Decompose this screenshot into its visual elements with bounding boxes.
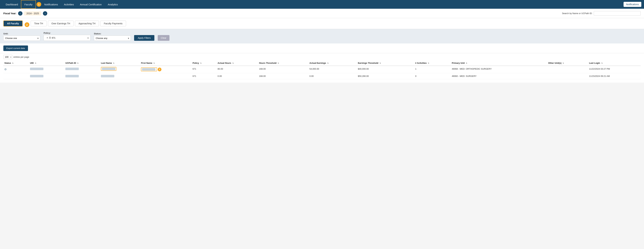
status-filter-label: Status: <box>94 32 131 35</box>
uid-blurred-row2 <box>30 75 44 77</box>
fiscal-year-bar: Fiscal Year: ‹ 2024 - 2025 › Search by N… <box>0 9 644 18</box>
unit-select-wrapper: Choose one <box>3 36 40 41</box>
faculty-table: Status ⇅ UID ⇅ UCPath ID ⇅ Last Name ⇅ F… <box>3 60 641 79</box>
row1-actual-earnings: 54,000.00 <box>308 66 357 73</box>
export-button[interactable]: Export current data <box>3 46 28 51</box>
policy-tag-icon: 🗒 <box>49 37 51 39</box>
last-name-highlighted-row1 <box>101 67 116 71</box>
row1-primary-unit: 49068 - MED: ORTHOPEDIC SURGERY <box>451 66 547 73</box>
row2-first-name <box>140 73 192 79</box>
unit-select[interactable]: Choose one <box>3 36 40 41</box>
row2-hours-threshold: 168.00 <box>258 73 308 79</box>
col-actual-earnings[interactable]: Actual Earnings ⇅ <box>308 60 357 66</box>
table-row: 671 0.00 168.00 0.00 $50,280.00 0 49060 … <box>3 73 641 79</box>
col-hours-threshold[interactable]: Hours Threshold ⇅ <box>258 60 308 66</box>
col-uid[interactable]: UID ⇅ <box>29 60 64 66</box>
entries-row: 100 entries per page <box>3 55 641 59</box>
table-header: Status ⇅ UID ⇅ UCPath ID ⇅ Last Name ⇅ F… <box>3 60 641 66</box>
policy-tag-remove[interactable]: ✕ <box>46 37 48 39</box>
tab-time-th[interactable]: Time TH <box>31 21 46 26</box>
fiscal-year-value: 2024 - 2025 <box>24 12 42 16</box>
col-last-login[interactable]: Last Login ⇅ <box>588 60 641 66</box>
col-primary-unit[interactable]: Primary Unit ⇅ <box>451 60 547 66</box>
tab-approaching-th[interactable]: Approaching TH <box>75 21 99 26</box>
step-badge-1: 1 <box>36 2 41 7</box>
ucpathid-blurred-row2 <box>65 75 79 77</box>
policy-field[interactable]: ✕ 🗒 671 ▾ <box>44 35 90 41</box>
fiscal-year-label: Fiscal Year: <box>3 12 16 15</box>
col-status[interactable]: Status ⇅ <box>3 60 29 66</box>
entries-per-page-label: entries per page <box>14 56 29 58</box>
tab-all-faculty[interactable]: All Faculty <box>3 21 23 27</box>
entries-per-page-select[interactable]: 100 <box>3 55 12 59</box>
row2-uid <box>29 73 64 79</box>
policy-filter-label: Policy: <box>44 32 90 34</box>
row2-activities: 0 <box>414 73 451 79</box>
unit-filter-group: Unit: Choose one <box>3 32 40 41</box>
row2-actual-hours: 0.00 <box>216 73 258 79</box>
tab-faculty-payments[interactable]: Faculty Payments <box>100 21 126 26</box>
notifications-button[interactable]: Notifications <box>624 2 641 7</box>
step-badge-3: 3 <box>158 68 162 71</box>
unit-filter-label: Unit: <box>3 32 40 35</box>
row1-actual-hours: 80.00 <box>216 66 258 73</box>
policy-tag-value: 671 <box>52 37 56 39</box>
lastname-blurred-row2 <box>101 75 114 77</box>
row2-primary-unit: 49060 - MED: SURGERY <box>451 73 547 79</box>
col-activities[interactable]: # Activities ⇅ <box>414 60 451 66</box>
firstname-blurred-row1 <box>142 68 156 71</box>
row2-other-units <box>547 73 588 79</box>
nav-annual-certification[interactable]: Annual Certification <box>77 0 105 9</box>
table-area: 100 entries per page Status ⇅ UID ⇅ UCPa… <box>0 53 644 83</box>
table-row: ⊙ 3 671 <box>3 66 641 73</box>
policy-tag: ✕ 🗒 671 <box>46 36 56 40</box>
row2-last-name <box>100 73 140 79</box>
tab-over-earnings-th[interactable]: Over Earnings TH <box>48 21 74 26</box>
tabs-bar: All Faculty 2 Time TH Over Earnings TH A… <box>0 18 644 29</box>
lastname-blurred-row1 <box>102 68 115 70</box>
nav-activities[interactable]: Activities <box>61 0 77 9</box>
row1-uid <box>29 66 64 73</box>
table-body: ⊙ 3 671 <box>3 66 641 79</box>
apply-filters-button[interactable]: Apply Filters <box>134 35 154 41</box>
filter-area: Unit: Choose one Policy: ✕ 🗒 671 ▾ Statu… <box>0 29 644 44</box>
clear-filters-button[interactable]: Clear <box>158 35 169 41</box>
col-ucpath-id[interactable]: UCPath ID ⇅ <box>64 60 100 66</box>
col-actual-hours[interactable]: Actual Hours ⇅ <box>216 60 258 66</box>
ucpathid-blurred-row1 <box>65 68 79 70</box>
nav-faculty[interactable]: Faculty <box>21 0 36 9</box>
row1-last-name <box>100 66 140 73</box>
policy-chevron-icon: ▾ <box>88 37 89 39</box>
col-first-name[interactable]: First Name ⇅ <box>140 60 192 66</box>
status-select-wrapper: Choose any <box>94 36 131 41</box>
nav-analytics[interactable]: Analytics <box>105 0 121 9</box>
search-label: Search by Name or UCPath ID: <box>562 12 592 15</box>
row2-policy: 671 <box>192 73 216 79</box>
col-other-units[interactable]: Other Unit(s) ⇅ <box>547 60 588 66</box>
row2-last-login: 11/15/2024 09:21 AM <box>588 73 641 79</box>
search-bar: Search by Name or UCPath ID: <box>562 11 641 16</box>
row1-status: ⊙ <box>3 66 29 73</box>
row1-ucpath-id <box>64 66 100 73</box>
row2-earnings-threshold: $50,280.00 <box>357 73 414 79</box>
search-input[interactable] <box>594 11 641 16</box>
col-earnings-threshold[interactable]: Earnings Threshold ⇅ <box>357 60 414 66</box>
fiscal-prev-button[interactable]: ‹ <box>18 11 22 16</box>
row1-other-units <box>547 66 588 73</box>
row2-actual-earnings: 0.00 <box>308 73 357 79</box>
status-select[interactable]: Choose any <box>94 36 131 41</box>
navbar: Dashboard Faculty 1 Notifications Activi… <box>0 0 644 9</box>
step-badge-2: 2 <box>25 22 29 27</box>
entries-per-page-wrapper: 100 <box>3 55 12 59</box>
fiscal-next-button[interactable]: › <box>43 11 47 16</box>
row1-earnings-threshold: $40,000.00 <box>357 66 414 73</box>
first-name-highlighted-row1 <box>141 68 157 71</box>
col-last-name[interactable]: Last Name ⇅ <box>100 60 140 66</box>
row1-hours-threshold: 168.00 <box>258 66 308 73</box>
col-policy[interactable]: Policy ⇅ <box>192 60 216 66</box>
row1-policy: 671 <box>192 66 216 73</box>
row2-ucpath-id <box>64 73 100 79</box>
nav-dashboard[interactable]: Dashboard <box>3 0 21 9</box>
nav-notifications[interactable]: Notifications <box>41 0 61 9</box>
uid-blurred-row1 <box>30 68 44 70</box>
